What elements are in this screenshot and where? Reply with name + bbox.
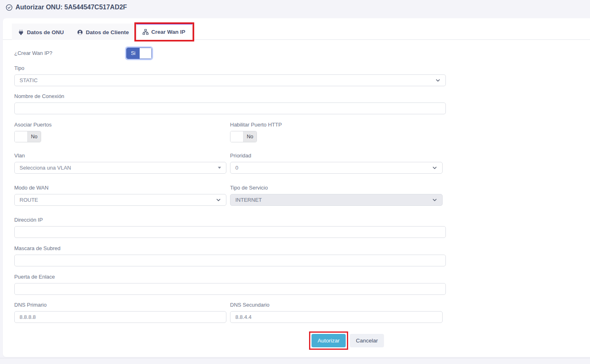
field-dns-primario: DNS Primario	[14, 302, 226, 323]
tab-crear-wan-ip[interactable]: Crear Wan IP	[136, 23, 193, 40]
tab-label: Crear Wan IP	[151, 29, 186, 35]
tipo-label: Tipo	[14, 65, 446, 71]
puerta-enlace-input[interactable]	[14, 283, 446, 295]
chevron-down-icon	[435, 78, 441, 83]
tab-bar: Datos de ONU Datos de Cliente Crear Wan …	[3, 18, 590, 40]
direccion-ip-label: Dirección IP	[14, 217, 446, 223]
modo-wan-label: Modo de WAN	[14, 185, 226, 191]
nombre-conexion-input[interactable]	[14, 102, 446, 114]
tab-label: Datos de Cliente	[86, 29, 129, 35]
asociar-puertos-toggle[interactable]: No	[14, 131, 41, 142]
toggle-state-label: No	[243, 131, 257, 142]
chevron-down-icon	[432, 165, 437, 170]
row-vlan-prioridad: Vlan Selecciona una VLAN Prioridad 0	[14, 153, 443, 174]
authorize-button[interactable]: Autorizar	[311, 334, 346, 347]
toggle-state-label: No	[28, 131, 41, 142]
nombre-conexion-label: Nombre de Conexión	[14, 94, 446, 99]
plug-icon	[18, 29, 24, 35]
dns-primario-input[interactable]	[14, 311, 226, 323]
dns-secundario-label: DNS Secundario	[230, 302, 443, 308]
row-toggles: Asociar Puertos No Habilitar Puerto HTTP…	[14, 122, 443, 142]
toggle-knob	[230, 131, 243, 142]
asociar-puertos-label: Asociar Puertos	[14, 122, 226, 128]
field-tipo-servicio: Tipo de Servicio INTERNET	[230, 185, 443, 206]
vlan-placeholder: Selecciona una VLAN	[20, 165, 71, 171]
dns-secundario-input[interactable]	[230, 311, 443, 323]
tab-datos-de-onu[interactable]: Datos de ONU	[12, 24, 71, 40]
field-direccion-ip: Dirección IP	[14, 217, 446, 238]
caret-down-icon	[218, 167, 221, 169]
dns-primario-label: DNS Primario	[14, 302, 226, 308]
cancel-button[interactable]: Cancelar	[350, 334, 384, 347]
field-asociar-puertos: Asociar Puertos No	[14, 122, 226, 142]
page-title: Autorizar ONU: 5A544547C517AD2F	[6, 4, 127, 11]
user-circle-icon	[77, 29, 83, 35]
tab-datos-de-cliente[interactable]: Datos de Cliente	[71, 24, 136, 40]
chevron-down-icon	[216, 197, 221, 203]
toggle-knob	[140, 48, 151, 59]
field-puerta-enlace: Puerta de Enlace	[14, 274, 446, 295]
prioridad-selected-value: 0	[235, 165, 238, 171]
tab-label: Datos de ONU	[27, 29, 64, 35]
field-vlan: Vlan Selecciona una VLAN	[14, 153, 226, 174]
habilitar-http-toggle[interactable]: No	[230, 131, 257, 142]
crear-wan-ip-toggle[interactable]: Si	[126, 48, 152, 59]
tipo-servicio-selected-value: INTERNET	[235, 197, 262, 203]
modo-wan-selected-value: ROUTE	[20, 197, 38, 203]
page-title-text: Autorizar ONU: 5A544547C517AD2F	[15, 4, 127, 11]
habilitar-http-label: Habilitar Puerto HTTP	[230, 122, 443, 128]
field-mascara-subred: Mascara de Subred	[14, 246, 446, 266]
check-circle-icon	[6, 4, 13, 11]
field-crear-wan-ip: ¿Crear Wan IP? Si	[14, 48, 446, 59]
row-dns: DNS Primario DNS Secundario	[14, 302, 443, 323]
puerta-enlace-label: Puerta de Enlace	[14, 274, 446, 280]
form-actions: Autorizar Cancelar	[311, 334, 446, 347]
prioridad-select[interactable]: 0	[230, 162, 443, 174]
toggle-knob	[15, 131, 28, 142]
row-modo-servicio: Modo de WAN ROUTE Tipo de Servicio INTER…	[14, 185, 443, 206]
vlan-select[interactable]: Selecciona una VLAN	[14, 162, 226, 174]
tipo-servicio-select: INTERNET	[230, 194, 443, 206]
tipo-servicio-label: Tipo de Servicio	[230, 185, 443, 191]
toggle-state-label: Si	[127, 48, 140, 59]
vlan-label: Vlan	[14, 153, 226, 159]
crear-wan-ip-label: ¿Crear Wan IP?	[14, 50, 126, 56]
field-dns-secundario: DNS Secundario	[230, 302, 443, 323]
chevron-down-icon	[432, 197, 437, 203]
sitemap-icon	[143, 29, 149, 35]
tipo-selected-value: STATIC	[20, 77, 37, 83]
field-nombre-conexion: Nombre de Conexión	[14, 94, 446, 114]
crear-wan-ip-form: ¿Crear Wan IP? Si Tipo STATIC Nombre de …	[3, 40, 446, 347]
field-prioridad: Prioridad 0	[230, 153, 443, 174]
modo-wan-select[interactable]: ROUTE	[14, 194, 226, 206]
mascara-subred-input[interactable]	[14, 255, 446, 266]
direccion-ip-input[interactable]	[14, 226, 446, 238]
authorize-onu-card: Datos de ONU Datos de Cliente Crear Wan …	[3, 18, 590, 357]
prioridad-label: Prioridad	[230, 153, 443, 159]
page-header: Autorizar ONU: 5A544547C517AD2F	[0, 0, 590, 18]
tipo-select[interactable]: STATIC	[14, 74, 446, 86]
field-modo-wan: Modo de WAN ROUTE	[14, 185, 226, 206]
page-footer-divider	[0, 358, 590, 358]
mascara-subred-label: Mascara de Subred	[14, 246, 446, 251]
field-tipo: Tipo STATIC	[14, 65, 446, 86]
field-habilitar-http: Habilitar Puerto HTTP No	[230, 122, 443, 142]
